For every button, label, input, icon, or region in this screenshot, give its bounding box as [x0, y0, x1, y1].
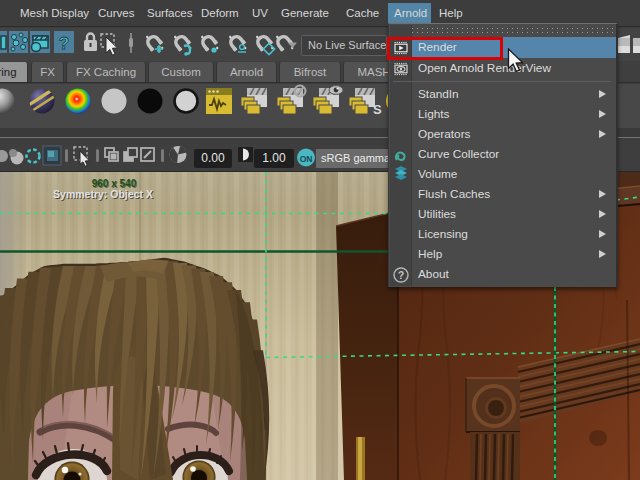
svg-text:ON: ON	[300, 154, 313, 164]
svg-text:Symmetry: Object X: Symmetry: Object X	[53, 188, 153, 200]
svg-text:S: S	[373, 102, 382, 117]
svg-text:?: ?	[59, 34, 69, 53]
svg-text:?: ?	[398, 270, 404, 281]
